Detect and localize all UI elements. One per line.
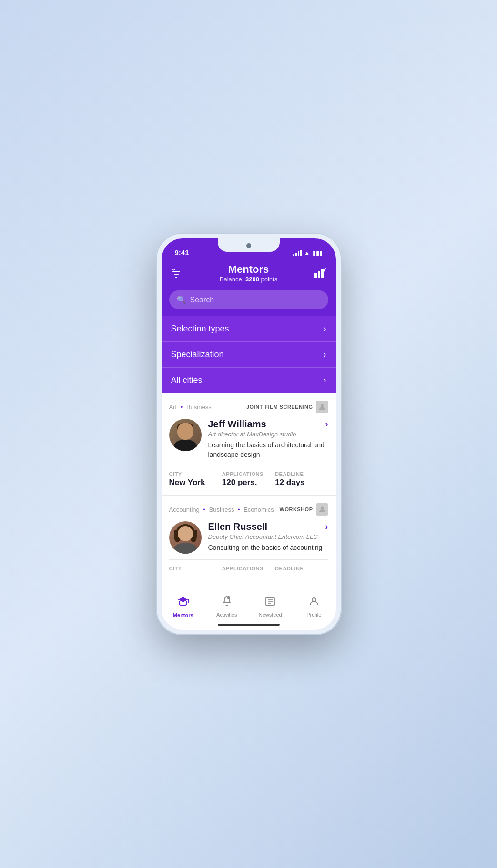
card-stats-jeff: CITY New York APPLICATIONS 120 pers. DEA… xyxy=(169,471,328,487)
chevron-right-icon: › xyxy=(324,324,326,334)
stat-applications-label-ellen: APPLICATIONS xyxy=(222,566,275,571)
card-main-jeff: Jeff Williams › Art director at MaxDesig… xyxy=(169,419,328,459)
stat-city-jeff: CITY New York xyxy=(169,471,222,487)
badge-jeff: JOINT FILM SCREENING xyxy=(246,401,328,413)
badge-avatar-ellen xyxy=(316,503,328,516)
svg-point-0 xyxy=(172,269,175,270)
nav-label-activities: Activities xyxy=(216,612,237,618)
mentor-info-jeff: Jeff Williams › Art director at MaxDesig… xyxy=(208,419,328,459)
tags-ellen: Accounting • Business • Economics xyxy=(169,506,274,513)
card-divider-ellen xyxy=(169,559,328,560)
filter-item-specialization[interactable]: Specialization › xyxy=(162,341,336,367)
nav-item-mentors[interactable]: Mentors xyxy=(162,593,205,620)
badge-text-jeff: JOINT FILM SCREENING xyxy=(246,404,313,410)
mentor-card-ellen-russell: Accounting • Business • Economics WORKSH… xyxy=(162,496,336,580)
newsfeed-icon xyxy=(264,596,276,610)
nav-item-activities[interactable]: Activities xyxy=(205,594,249,620)
tag-business-2: Business xyxy=(209,506,234,513)
balance-suffix: points xyxy=(259,276,277,283)
svg-rect-1 xyxy=(314,273,317,278)
svg-point-5 xyxy=(321,404,324,407)
filter-label-specialization: Specialization xyxy=(171,350,224,360)
status-icons: ▲ ▮▮▮ xyxy=(293,249,323,257)
mentor-card-jeff-williams: Art • Business JOINT FILM SCREENING xyxy=(162,393,336,496)
avatar-jeff xyxy=(169,419,202,451)
stat-deadline-label-ellen: DEADLINE xyxy=(275,566,328,571)
filter-item-selection-types[interactable]: Selection types › xyxy=(162,316,336,341)
header: Mentors Balance: 3200 points xyxy=(162,259,336,290)
balance-value: 3200 xyxy=(245,276,259,283)
notch xyxy=(218,238,280,252)
nav-label-profile: Profile xyxy=(306,612,321,618)
chart-icon[interactable] xyxy=(309,268,326,279)
tag-business: Business xyxy=(186,403,212,411)
filter-icon[interactable] xyxy=(171,269,188,278)
card-tags-ellen: Accounting • Business • Economics WORKSH… xyxy=(169,503,328,516)
stat-city-label-jeff: CITY xyxy=(169,471,222,477)
tag-economics: Economics xyxy=(243,506,274,513)
tag-accounting: Accounting xyxy=(169,506,200,513)
avatar-ellen xyxy=(169,521,202,554)
tags-jeff: Art • Business xyxy=(169,403,212,411)
stat-applications-value-jeff: 120 pers. xyxy=(222,478,275,487)
header-subtitle: Balance: 3200 points xyxy=(188,276,309,283)
filter-item-all-cities[interactable]: All cities › xyxy=(162,367,336,393)
nav-label-newsfeed: Newsfeed xyxy=(259,612,282,618)
card-divider-jeff xyxy=(169,465,328,465)
mentor-desc-jeff: Learning the basics of architectural and… xyxy=(208,441,328,459)
card-main-ellen: Ellen Russell › Deputy Chief Accountant … xyxy=(169,521,328,554)
nav-label-mentors: Mentors xyxy=(173,612,193,618)
stat-deadline-value-jeff: 12 days xyxy=(275,478,328,487)
stat-applications-ellen: APPLICATIONS xyxy=(222,566,275,572)
svg-point-6 xyxy=(321,507,324,510)
bell-icon xyxy=(221,596,233,610)
mentor-link-ellen[interactable]: › xyxy=(325,522,328,532)
tag-art: Art xyxy=(169,403,177,411)
balance-prefix: Balance: xyxy=(220,276,245,283)
stat-city-ellen: CITY xyxy=(169,566,222,572)
badge-avatar-jeff xyxy=(316,401,328,413)
stat-deadline-ellen: DEADLINE xyxy=(275,566,328,572)
nav-item-newsfeed[interactable]: Newsfeed xyxy=(249,594,293,620)
home-indicator xyxy=(218,624,280,626)
wifi-icon: ▲ xyxy=(304,249,310,257)
mortarboard-icon xyxy=(177,595,189,610)
chevron-right-icon: › xyxy=(324,375,326,385)
profile-icon xyxy=(308,596,320,610)
mentor-name-ellen: Ellen Russell xyxy=(208,521,268,532)
mentor-link-jeff[interactable]: › xyxy=(325,419,328,429)
nav-item-profile[interactable]: Profile xyxy=(292,594,336,620)
card-stats-ellen: CITY APPLICATIONS DEADLINE xyxy=(169,566,328,572)
signal-icon xyxy=(293,250,302,256)
battery-icon: ▮▮▮ xyxy=(313,249,323,257)
search-icon: 🔍 xyxy=(177,295,186,304)
svg-point-4 xyxy=(323,269,325,271)
stat-deadline-label-jeff: DEADLINE xyxy=(275,471,328,477)
filter-label-selection-types: Selection types xyxy=(171,324,229,334)
mentor-info-ellen: Ellen Russell › Deputy Chief Accountant … xyxy=(208,521,328,554)
search-bar[interactable]: 🔍 Search xyxy=(169,290,328,309)
mentor-name-jeff: Jeff Williams xyxy=(208,419,266,430)
phone-frame: 9:41 ▲ ▮▮▮ Mentors xyxy=(156,233,342,635)
phone-screen: 9:41 ▲ ▮▮▮ Mentors xyxy=(162,238,336,630)
svg-point-8 xyxy=(227,596,230,599)
badge-text-ellen: WORKSHOP xyxy=(280,506,313,512)
search-section: 🔍 Search xyxy=(162,290,336,316)
filter-section: Selection types › Specialization › All c… xyxy=(162,316,336,393)
stat-applications-label-jeff: APPLICATIONS xyxy=(222,471,275,477)
card-tags-jeff: Art • Business JOINT FILM SCREENING xyxy=(169,401,328,413)
mentor-role-jeff: Art director at MaxDesign studio xyxy=(208,431,328,438)
stat-city-value-jeff: New York xyxy=(169,478,222,487)
stat-deadline-jeff: DEADLINE 12 days xyxy=(275,471,328,487)
mentor-role-ellen: Deputy Chief Accountant Entercom LLC xyxy=(208,533,328,540)
chevron-right-icon: › xyxy=(324,350,326,360)
badge-ellen: WORKSHOP xyxy=(280,503,328,516)
search-placeholder: Search xyxy=(190,296,214,304)
svg-rect-2 xyxy=(318,271,320,278)
stat-applications-jeff: APPLICATIONS 120 pers. xyxy=(222,471,275,487)
stat-city-label-ellen: CITY xyxy=(169,566,222,571)
page-title: Mentors xyxy=(188,263,309,276)
svg-point-13 xyxy=(312,598,316,601)
status-time: 9:41 xyxy=(175,248,189,257)
header-center: Mentors Balance: 3200 points xyxy=(188,263,309,283)
